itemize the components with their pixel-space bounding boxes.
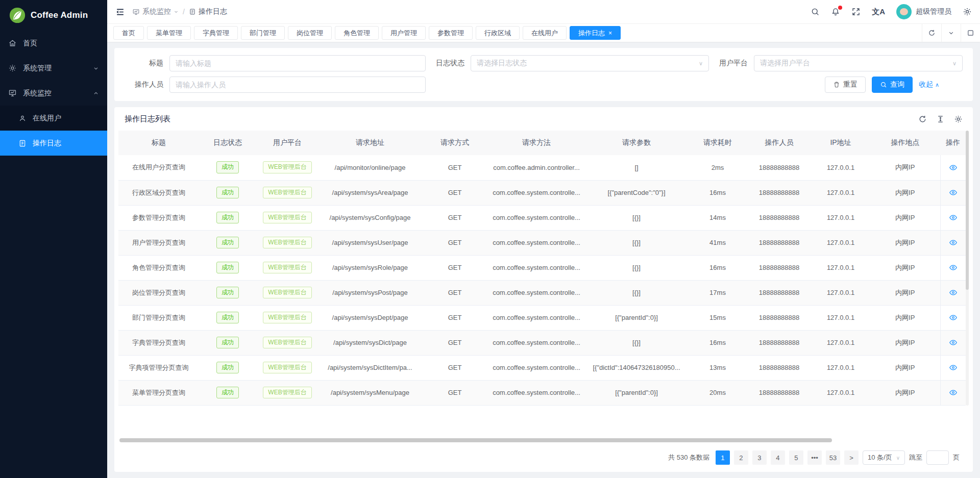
column-settings-gear-icon[interactable] — [954, 115, 963, 123]
cell-request-handler: com.coffee.system.controlle... — [488, 280, 585, 305]
page-tab[interactable]: 部门管理 — [241, 26, 285, 40]
app-logo[interactable]: Coffee Admin — [0, 0, 107, 31]
cell-title: 用户管理分页查询 — [118, 230, 199, 255]
sidebar-item-system-manage[interactable]: 系统管理 — [0, 56, 107, 81]
sidebar-item-operation-log[interactable]: 操作日志 — [0, 131, 107, 156]
cell-request-params: [{}] — [585, 230, 688, 255]
page-tab[interactable]: 菜单管理 — [147, 26, 191, 40]
page-tab[interactable]: 行政区域 — [476, 26, 520, 40]
cell-location: 内网IP — [870, 205, 940, 230]
cell-request-url: /api/system/sysRole/page — [318, 255, 422, 280]
breadcrumb-separator: / — [182, 8, 186, 16]
page-tab[interactable]: 参数管理 — [429, 26, 473, 40]
horizontal-scrollbar-thumb[interactable] — [119, 438, 832, 442]
refresh-icon[interactable] — [922, 24, 941, 42]
page-tab[interactable]: 用户管理 — [382, 26, 426, 40]
page-tab[interactable]: 首页 — [113, 26, 144, 40]
cell-platform: WEB管理后台 — [256, 355, 318, 380]
page-button-active[interactable]: 1 — [716, 450, 730, 465]
cell-location: 内网IP — [870, 280, 940, 305]
refresh-icon[interactable] — [918, 115, 927, 123]
sidebar-item-online-users[interactable]: 在线用户 — [0, 106, 107, 131]
filter-status-field: 日志状态 请选择日志状态 ∨ — [426, 55, 709, 71]
breadcrumb: 系统监控 / 操作日志 — [132, 7, 227, 16]
sidebar-fold-icon[interactable] — [115, 7, 125, 17]
collapse-filters-link[interactable]: 收起 ∧ — [919, 80, 939, 89]
cell-actions — [940, 330, 966, 355]
fullscreen-icon[interactable] — [851, 7, 861, 16]
view-detail-eye-icon[interactable] — [949, 288, 958, 297]
page-button[interactable]: ••• — [807, 450, 822, 465]
view-detail-eye-icon[interactable] — [949, 188, 958, 197]
column-header: 请求耗时 — [688, 131, 747, 155]
view-detail-eye-icon[interactable] — [949, 363, 958, 372]
status-badge: 成功 — [216, 161, 239, 173]
cell-request-url: /api/system/sysDictItem/pa... — [318, 355, 422, 380]
next-page-button[interactable]: > — [844, 450, 859, 465]
platform-label: 用户平台 — [709, 59, 754, 68]
view-detail-eye-icon[interactable] — [949, 238, 958, 247]
cell-request-method: GET — [422, 330, 488, 355]
page-button[interactable]: 3 — [752, 450, 767, 465]
sidebar-submenu: 在线用户 操作日志 — [0, 106, 107, 156]
topbar: 系统监控 / 操作日志 文 — [107, 0, 980, 23]
status-label: 日志状态 — [426, 59, 471, 68]
status-badge: 成功 — [216, 337, 239, 349]
breadcrumb-current: 操作日志 — [189, 7, 227, 16]
page-tab[interactable]: 角色管理 — [335, 26, 379, 40]
page-tab[interactable]: 字典管理 — [194, 26, 238, 40]
user-menu[interactable]: 超级管理员 — [896, 4, 951, 19]
maximize-icon[interactable] — [961, 24, 980, 42]
view-detail-eye-icon[interactable] — [949, 388, 958, 397]
column-header: 用户平台 — [256, 131, 318, 155]
view-detail-eye-icon[interactable] — [949, 313, 958, 322]
cell-ip: 127.0.0.1 — [811, 280, 870, 305]
log-document-icon — [189, 8, 196, 15]
cell-location: 内网IP — [870, 355, 940, 380]
cell-log-status: 成功 — [199, 255, 256, 280]
title-input[interactable] — [169, 55, 426, 71]
cell-request-method: GET — [422, 155, 488, 180]
operator-input[interactable] — [169, 77, 426, 93]
cell-log-status: 成功 — [199, 180, 256, 205]
page-button[interactable]: 5 — [789, 450, 803, 465]
view-detail-eye-icon[interactable] — [949, 263, 958, 272]
cell-location: 内网IP — [870, 230, 940, 255]
page-button[interactable]: 4 — [771, 450, 785, 465]
vertical-scrollbar-thumb[interactable] — [966, 131, 969, 290]
search-button[interactable]: 查询 — [872, 77, 913, 93]
user-platform-select[interactable]: 请选择用户平台 ∨ — [754, 55, 963, 71]
notification-bell-icon[interactable] — [831, 7, 840, 16]
view-detail-eye-icon[interactable] — [949, 213, 958, 222]
page-tab[interactable]: 岗位管理 — [288, 26, 332, 40]
sidebar-item-home[interactable]: 首页 — [0, 31, 107, 56]
log-status-select[interactable]: 请选择日志状态 ∨ — [471, 55, 709, 71]
page-size-select[interactable]: 10 条/页 ∨ — [863, 450, 905, 465]
sidebar-item-system-monitor[interactable]: 系统监控 — [0, 81, 107, 106]
chevron-down-icon[interactable] — [941, 24, 961, 42]
page-button[interactable]: 53 — [826, 450, 840, 465]
reset-button[interactable]: 重置 — [825, 77, 866, 93]
jump-to-page-input[interactable] — [926, 450, 949, 465]
translate-icon[interactable]: 文A — [872, 7, 885, 17]
row-density-icon[interactable] — [936, 115, 945, 123]
search-icon[interactable] — [811, 7, 820, 16]
table-row: 角色管理分页查询 成功 WEB管理后台 /api/system/sysRole/… — [118, 255, 966, 280]
cell-request-params: [{"parentId":0}] — [585, 305, 688, 330]
view-detail-eye-icon[interactable] — [949, 163, 958, 172]
breadcrumb-parent[interactable]: 系统监控 — [132, 7, 179, 16]
cell-request-url: /api/system/sysConfig/page — [318, 205, 422, 230]
page-button[interactable]: 2 — [734, 450, 748, 465]
cell-duration: 16ms — [688, 330, 747, 355]
filter-platform-field: 用户平台 请选择用户平台 ∨ — [709, 55, 963, 71]
cell-duration: 15ms — [688, 305, 747, 330]
filter-title-field: 标题 — [125, 55, 426, 71]
view-detail-eye-icon[interactable] — [949, 338, 958, 347]
cell-location: 内网IP — [870, 180, 940, 205]
chevron-down-icon: ∨ — [896, 455, 900, 461]
page-tab-active[interactable]: 操作日志 × — [570, 26, 621, 40]
page-tab[interactable]: 在线用户 — [523, 26, 567, 40]
settings-gear-icon[interactable] — [963, 7, 972, 16]
cell-request-url: /api/monitor/online/page — [318, 155, 422, 180]
close-icon[interactable]: × — [608, 30, 612, 36]
